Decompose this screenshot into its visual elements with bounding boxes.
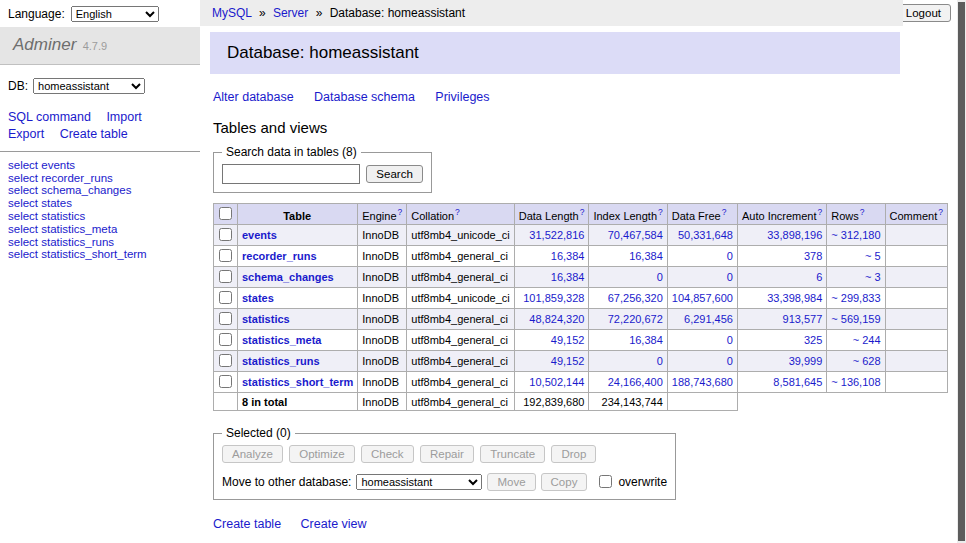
logout-button[interactable]: Logout: [896, 4, 951, 22]
sql-command-link[interactable]: SQL command: [8, 110, 91, 124]
selected-action-button[interactable]: Analyze: [222, 445, 283, 463]
row-checkbox[interactable]: [219, 270, 232, 283]
select-all-checkbox[interactable]: [219, 207, 232, 220]
db-action-link[interactable]: Privileges: [435, 90, 489, 104]
rows-count-link[interactable]: ~ 5: [865, 250, 881, 262]
index-length-link[interactable]: 0: [657, 271, 663, 283]
auto-increment-link[interactable]: 8,581,645: [773, 376, 822, 388]
index-length-link[interactable]: 16,384: [629, 334, 663, 346]
table-name-link[interactable]: statistics_short_term: [242, 376, 353, 388]
auto-increment-link[interactable]: 325: [804, 334, 822, 346]
data-length-link[interactable]: 31,522,816: [529, 229, 584, 241]
vertical-scrollbar[interactable]: [957, 0, 966, 543]
copy-button[interactable]: Copy: [541, 473, 588, 491]
overwrite-option[interactable]: overwrite: [595, 472, 667, 491]
move-db-select[interactable]: homeassistant: [356, 474, 482, 490]
breadcrumb-driver-link[interactable]: MySQL: [212, 6, 252, 20]
table-name-link[interactable]: schema_changes: [242, 271, 334, 283]
selected-action-button[interactable]: Optimize: [289, 445, 354, 463]
data-length-link[interactable]: 16,384: [551, 250, 585, 262]
create-link[interactable]: Create view: [301, 517, 367, 531]
index-length-link[interactable]: 67,256,320: [608, 292, 663, 304]
data-length-link[interactable]: 49,152: [551, 334, 585, 346]
data-length-link[interactable]: 101,859,328: [523, 292, 584, 304]
table-name-link[interactable]: statistics: [242, 313, 290, 325]
db-select[interactable]: homeassistant: [33, 78, 145, 94]
sidebar-table-link[interactable]: select recorder_runs: [8, 172, 192, 185]
data-free-link[interactable]: 50,331,648: [678, 229, 733, 241]
auto-increment-link[interactable]: 913,577: [783, 313, 823, 325]
rows-count-link[interactable]: ~ 628: [853, 355, 881, 367]
create-link[interactable]: Create table: [213, 517, 281, 531]
table-name-link[interactable]: statistics_meta: [242, 334, 322, 346]
sidebar-table-link[interactable]: select statistics_short_term: [8, 248, 192, 261]
row-checkbox[interactable]: [219, 249, 232, 262]
auto-increment-link[interactable]: 33,398,984: [767, 292, 822, 304]
selected-action-button[interactable]: Check: [361, 445, 414, 463]
selected-action-button[interactable]: Drop: [551, 445, 596, 463]
index-length-link[interactable]: 70,467,584: [608, 229, 663, 241]
auto-increment-link[interactable]: 33,898,196: [767, 229, 822, 241]
column-help-link[interactable]: ?: [658, 207, 663, 217]
column-help-link[interactable]: ?: [722, 207, 727, 217]
row-checkbox[interactable]: [219, 375, 232, 388]
data-free-link[interactable]: 0: [727, 250, 733, 262]
table-name-link[interactable]: events: [242, 229, 277, 241]
row-checkbox[interactable]: [219, 312, 232, 325]
index-length-link[interactable]: 24,166,400: [608, 376, 663, 388]
auto-increment-link[interactable]: 39,999: [789, 355, 823, 367]
export-link[interactable]: Export: [8, 127, 44, 141]
row-checkbox[interactable]: [219, 333, 232, 346]
row-checkbox[interactable]: [219, 291, 232, 304]
sidebar-table-link[interactable]: select statistics_meta: [8, 223, 192, 236]
column-help-link[interactable]: ?: [860, 207, 865, 217]
column-help-link[interactable]: ?: [455, 207, 460, 217]
selected-action-button[interactable]: Repair: [420, 445, 474, 463]
data-free-link[interactable]: 0: [727, 271, 733, 283]
index-length-link[interactable]: 16,384: [629, 250, 663, 262]
rows-count-link[interactable]: ~ 136,108: [831, 376, 880, 388]
column-help-link[interactable]: ?: [938, 207, 943, 217]
selected-action-button[interactable]: Truncate: [480, 445, 545, 463]
rows-count-link[interactable]: ~ 244: [853, 334, 881, 346]
data-length-link[interactable]: 48,824,320: [529, 313, 584, 325]
sidebar-table-link[interactable]: select statistics_runs: [8, 236, 192, 249]
scrollbar-thumb[interactable]: [958, 2, 965, 541]
adminer-logo-name[interactable]: Adminer: [13, 35, 76, 54]
sidebar-table-link[interactable]: select states: [8, 197, 192, 210]
table-name-link[interactable]: statistics_runs: [242, 355, 320, 367]
sidebar-table-link[interactable]: select schema_changes: [8, 184, 192, 197]
data-free-link[interactable]: 188,743,680: [672, 376, 733, 388]
auto-increment-link[interactable]: 378: [804, 250, 822, 262]
sidebar-create-table-link[interactable]: Create table: [60, 127, 128, 141]
rows-count-link[interactable]: ~ 312,180: [831, 229, 880, 241]
db-action-link[interactable]: Database schema: [314, 90, 415, 104]
sidebar-table-link[interactable]: select events: [8, 159, 192, 172]
sidebar-table-link[interactable]: select statistics: [8, 210, 192, 223]
auto-increment-link[interactable]: 6: [816, 271, 822, 283]
data-free-link[interactable]: 6,291,456: [684, 313, 733, 325]
data-length-link[interactable]: 10,502,144: [529, 376, 584, 388]
table-name-link[interactable]: states: [242, 292, 274, 304]
row-checkbox[interactable]: [219, 354, 232, 367]
data-free-link[interactable]: 0: [727, 355, 733, 367]
data-length-link[interactable]: 49,152: [551, 355, 585, 367]
db-action-link[interactable]: Alter database: [213, 90, 294, 104]
index-length-link[interactable]: 72,220,672: [608, 313, 663, 325]
search-input[interactable]: [222, 164, 360, 184]
data-length-link[interactable]: 16,384: [551, 271, 585, 283]
column-help-link[interactable]: ?: [398, 207, 403, 217]
row-checkbox[interactable]: [219, 228, 232, 241]
rows-count-link[interactable]: ~ 3: [865, 271, 881, 283]
overwrite-checkbox[interactable]: [599, 475, 612, 488]
language-select[interactable]: English: [71, 6, 159, 22]
import-link[interactable]: Import: [106, 110, 141, 124]
column-help-link[interactable]: ?: [580, 207, 585, 217]
table-name-link[interactable]: recorder_runs: [242, 250, 317, 262]
data-free-link[interactable]: 0: [727, 334, 733, 346]
column-help-link[interactable]: ?: [818, 207, 823, 217]
rows-count-link[interactable]: ~ 299,833: [831, 292, 880, 304]
index-length-link[interactable]: 0: [657, 355, 663, 367]
rows-count-link[interactable]: ~ 569,159: [831, 313, 880, 325]
search-button[interactable]: Search: [366, 165, 422, 183]
